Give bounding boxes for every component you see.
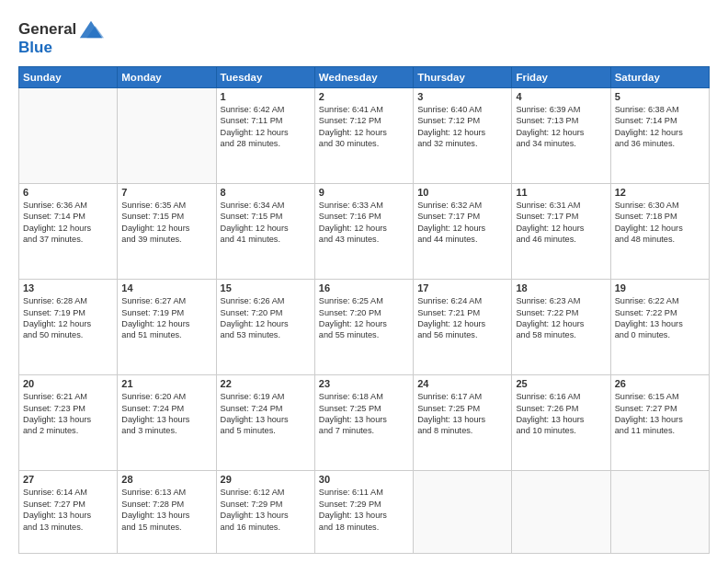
calendar-cell: 1Sunrise: 6:42 AM Sunset: 7:11 PM Daylig… <box>216 88 314 184</box>
day-info: Sunrise: 6:32 AM Sunset: 7:17 PM Dayligh… <box>417 200 507 246</box>
day-info: Sunrise: 6:35 AM Sunset: 7:15 PM Dayligh… <box>121 200 211 246</box>
day-info: Sunrise: 6:20 AM Sunset: 7:24 PM Dayligh… <box>121 391 211 437</box>
day-of-week-header: Friday <box>512 67 610 88</box>
calendar: SundayMondayTuesdayWednesdayThursdayFrid… <box>18 66 710 554</box>
calendar-cell: 27Sunrise: 6:14 AM Sunset: 7:27 PM Dayli… <box>19 471 118 554</box>
day-info: Sunrise: 6:40 AM Sunset: 7:12 PM Dayligh… <box>417 104 507 150</box>
calendar-cell: 11Sunrise: 6:31 AM Sunset: 7:17 PM Dayli… <box>512 184 610 280</box>
calendar-cell <box>512 471 610 554</box>
day-info: Sunrise: 6:24 AM Sunset: 7:21 PM Dayligh… <box>417 295 507 341</box>
day-number: 1 <box>221 91 311 102</box>
logo-general-text: General <box>18 20 76 39</box>
day-number: 3 <box>417 91 507 102</box>
day-number: 7 <box>121 187 211 198</box>
day-info: Sunrise: 6:38 AM Sunset: 7:14 PM Dayligh… <box>615 104 705 150</box>
page: General Blue SundayMondayTuesdayWednesda… <box>0 0 728 563</box>
day-number: 9 <box>319 187 409 198</box>
day-number: 25 <box>516 378 606 389</box>
day-info: Sunrise: 6:23 AM Sunset: 7:22 PM Dayligh… <box>516 295 606 341</box>
day-info: Sunrise: 6:13 AM Sunset: 7:28 PM Dayligh… <box>121 487 211 533</box>
calendar-cell: 12Sunrise: 6:30 AM Sunset: 7:18 PM Dayli… <box>610 184 709 280</box>
day-number: 6 <box>23 187 113 198</box>
day-number: 4 <box>516 91 606 102</box>
calendar-cell: 19Sunrise: 6:22 AM Sunset: 7:22 PM Dayli… <box>610 280 709 375</box>
calendar-cell: 8Sunrise: 6:34 AM Sunset: 7:15 PM Daylig… <box>216 184 314 280</box>
day-info: Sunrise: 6:28 AM Sunset: 7:19 PM Dayligh… <box>23 295 113 341</box>
day-info: Sunrise: 6:18 AM Sunset: 7:25 PM Dayligh… <box>319 391 409 437</box>
day-info: Sunrise: 6:41 AM Sunset: 7:12 PM Dayligh… <box>319 104 409 150</box>
calendar-cell: 20Sunrise: 6:21 AM Sunset: 7:23 PM Dayli… <box>19 375 118 471</box>
header: General Blue <box>18 17 710 57</box>
day-info: Sunrise: 6:27 AM Sunset: 7:19 PM Dayligh… <box>121 295 211 341</box>
calendar-cell: 23Sunrise: 6:18 AM Sunset: 7:25 PM Dayli… <box>314 375 413 471</box>
calendar-cell: 28Sunrise: 6:13 AM Sunset: 7:28 PM Dayli… <box>118 471 216 554</box>
day-info: Sunrise: 6:39 AM Sunset: 7:13 PM Dayligh… <box>516 104 606 150</box>
calendar-cell: 9Sunrise: 6:33 AM Sunset: 7:16 PM Daylig… <box>314 184 413 280</box>
day-info: Sunrise: 6:15 AM Sunset: 7:27 PM Dayligh… <box>615 391 705 437</box>
day-number: 27 <box>23 474 113 485</box>
calendar-cell: 2Sunrise: 6:41 AM Sunset: 7:12 PM Daylig… <box>314 88 413 184</box>
calendar-cell: 24Sunrise: 6:17 AM Sunset: 7:25 PM Dayli… <box>414 375 512 471</box>
calendar-cell: 7Sunrise: 6:35 AM Sunset: 7:15 PM Daylig… <box>118 184 216 280</box>
calendar-cell: 14Sunrise: 6:27 AM Sunset: 7:19 PM Dayli… <box>118 280 216 375</box>
calendar-cell: 22Sunrise: 6:19 AM Sunset: 7:24 PM Dayli… <box>216 375 314 471</box>
day-info: Sunrise: 6:21 AM Sunset: 7:23 PM Dayligh… <box>23 391 113 437</box>
day-of-week-header: Saturday <box>610 67 709 88</box>
day-number: 30 <box>319 474 409 485</box>
calendar-cell: 15Sunrise: 6:26 AM Sunset: 7:20 PM Dayli… <box>216 280 314 375</box>
day-number: 29 <box>221 474 311 485</box>
calendar-cell <box>610 471 709 554</box>
calendar-cell: 16Sunrise: 6:25 AM Sunset: 7:20 PM Dayli… <box>314 280 413 375</box>
day-number: 24 <box>417 378 507 389</box>
day-info: Sunrise: 6:16 AM Sunset: 7:26 PM Dayligh… <box>516 391 606 437</box>
day-number: 18 <box>516 282 606 293</box>
day-number: 13 <box>23 282 113 293</box>
day-number: 5 <box>615 91 705 102</box>
day-info: Sunrise: 6:30 AM Sunset: 7:18 PM Dayligh… <box>615 200 705 246</box>
calendar-cell <box>118 88 216 184</box>
calendar-cell: 13Sunrise: 6:28 AM Sunset: 7:19 PM Dayli… <box>19 280 118 375</box>
calendar-cell: 21Sunrise: 6:20 AM Sunset: 7:24 PM Dayli… <box>118 375 216 471</box>
calendar-cell: 17Sunrise: 6:24 AM Sunset: 7:21 PM Dayli… <box>414 280 512 375</box>
calendar-cell: 3Sunrise: 6:40 AM Sunset: 7:12 PM Daylig… <box>414 88 512 184</box>
day-number: 16 <box>319 282 409 293</box>
day-info: Sunrise: 6:42 AM Sunset: 7:11 PM Dayligh… <box>221 104 311 150</box>
day-of-week-header: Sunday <box>19 67 118 88</box>
day-of-week-header: Thursday <box>414 67 512 88</box>
calendar-cell: 4Sunrise: 6:39 AM Sunset: 7:13 PM Daylig… <box>512 88 610 184</box>
calendar-cell: 30Sunrise: 6:11 AM Sunset: 7:29 PM Dayli… <box>314 471 413 554</box>
day-number: 23 <box>319 378 409 389</box>
day-number: 15 <box>221 282 311 293</box>
day-info: Sunrise: 6:34 AM Sunset: 7:15 PM Dayligh… <box>221 200 311 246</box>
day-number: 26 <box>615 378 705 389</box>
day-number: 11 <box>516 187 606 198</box>
calendar-cell: 10Sunrise: 6:32 AM Sunset: 7:17 PM Dayli… <box>414 184 512 280</box>
day-number: 8 <box>221 187 311 198</box>
day-info: Sunrise: 6:26 AM Sunset: 7:20 PM Dayligh… <box>221 295 311 341</box>
day-of-week-header: Monday <box>118 67 216 88</box>
day-number: 17 <box>417 282 507 293</box>
calendar-cell: 25Sunrise: 6:16 AM Sunset: 7:26 PM Dayli… <box>512 375 610 471</box>
calendar-cell: 26Sunrise: 6:15 AM Sunset: 7:27 PM Dayli… <box>610 375 709 471</box>
day-info: Sunrise: 6:22 AM Sunset: 7:22 PM Dayligh… <box>615 295 705 341</box>
day-info: Sunrise: 6:19 AM Sunset: 7:24 PM Dayligh… <box>221 391 311 437</box>
day-of-week-header: Wednesday <box>314 67 413 88</box>
day-info: Sunrise: 6:11 AM Sunset: 7:29 PM Dayligh… <box>319 487 409 533</box>
day-number: 20 <box>23 378 113 389</box>
logo-icon <box>78 17 104 42</box>
day-number: 28 <box>121 474 211 485</box>
day-info: Sunrise: 6:25 AM Sunset: 7:20 PM Dayligh… <box>319 295 409 341</box>
calendar-cell: 29Sunrise: 6:12 AM Sunset: 7:29 PM Dayli… <box>216 471 314 554</box>
day-number: 22 <box>221 378 311 389</box>
day-number: 12 <box>615 187 705 198</box>
calendar-header-row: SundayMondayTuesdayWednesdayThursdayFrid… <box>19 67 710 88</box>
day-of-week-header: Tuesday <box>216 67 314 88</box>
day-number: 14 <box>121 282 211 293</box>
day-info: Sunrise: 6:14 AM Sunset: 7:27 PM Dayligh… <box>23 487 113 533</box>
day-info: Sunrise: 6:31 AM Sunset: 7:17 PM Dayligh… <box>516 200 606 246</box>
day-info: Sunrise: 6:17 AM Sunset: 7:25 PM Dayligh… <box>417 391 507 437</box>
day-number: 19 <box>615 282 705 293</box>
calendar-cell <box>19 88 118 184</box>
calendar-cell: 18Sunrise: 6:23 AM Sunset: 7:22 PM Dayli… <box>512 280 610 375</box>
day-number: 2 <box>319 91 409 102</box>
